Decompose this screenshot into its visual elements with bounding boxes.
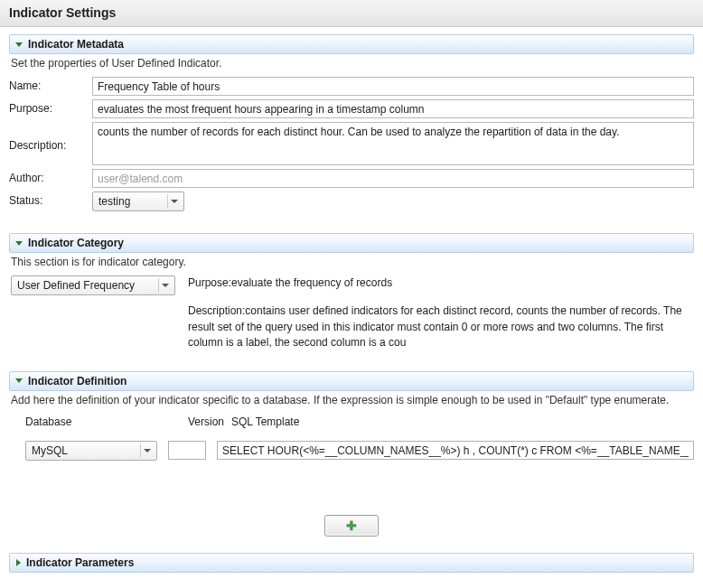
status-select[interactable]: testing <box>92 191 184 211</box>
description-input[interactable] <box>92 122 694 165</box>
section-header-definition[interactable]: Indicator Definition <box>9 371 694 391</box>
chevron-down-icon <box>140 443 153 458</box>
purpose-input[interactable] <box>92 99 694 118</box>
chevron-right-icon <box>16 559 21 566</box>
section-header-parameters-label: Indicator Parameters <box>26 556 134 569</box>
content-area: Indicator Metadata Set the properties of… <box>0 27 703 573</box>
page-title: Indicator Settings <box>0 0 703 27</box>
col-header-sql: SQL Template <box>231 415 299 428</box>
category-description-text: This section is for indicator category. <box>11 256 694 268</box>
add-button[interactable]: ✚ <box>324 515 379 537</box>
label-purpose: Purpose: <box>9 99 87 115</box>
database-select-value: MySQL <box>32 444 68 457</box>
database-select[interactable]: MySQL <box>25 441 157 461</box>
section-header-category-label: Indicator Category <box>28 237 124 249</box>
col-header-version: Version <box>188 415 231 428</box>
label-name: Name: <box>9 77 87 92</box>
section-header-parameters[interactable]: Indicator Parameters <box>9 553 694 573</box>
category-purpose-line: Purpose:evaluate the frequency of record… <box>188 275 694 291</box>
definition-row: MySQL <box>9 441 694 461</box>
category-description-line: Description:contains user defined indica… <box>188 303 694 350</box>
label-author: Author: <box>9 169 87 184</box>
definition-description-text: Add here the definition of your indicato… <box>11 394 694 406</box>
status-select-value: testing <box>98 195 130 208</box>
chevron-down-icon <box>158 278 171 293</box>
chevron-down-icon <box>15 42 23 47</box>
section-header-definition-label: Indicator Definition <box>28 375 127 387</box>
section-header-metadata[interactable]: Indicator Metadata <box>9 34 694 54</box>
label-status: Status: <box>9 191 87 207</box>
plus-icon: ✚ <box>346 519 357 532</box>
name-input[interactable] <box>92 77 694 96</box>
sql-template-input[interactable] <box>217 441 694 460</box>
author-input <box>92 169 694 188</box>
section-header-metadata-label: Indicator Metadata <box>28 38 124 51</box>
section-header-category[interactable]: Indicator Category <box>9 233 694 253</box>
col-header-database: Database <box>25 415 188 428</box>
category-select-value: User Defined Frequency <box>17 279 135 292</box>
version-input[interactable] <box>168 441 206 460</box>
chevron-down-icon <box>15 241 23 246</box>
label-description: Description: <box>9 136 87 152</box>
metadata-description-text: Set the properties of User Defined Indic… <box>11 57 694 70</box>
chevron-down-icon <box>15 378 23 383</box>
chevron-down-icon <box>167 194 180 209</box>
category-select[interactable]: User Defined Frequency <box>11 275 175 295</box>
